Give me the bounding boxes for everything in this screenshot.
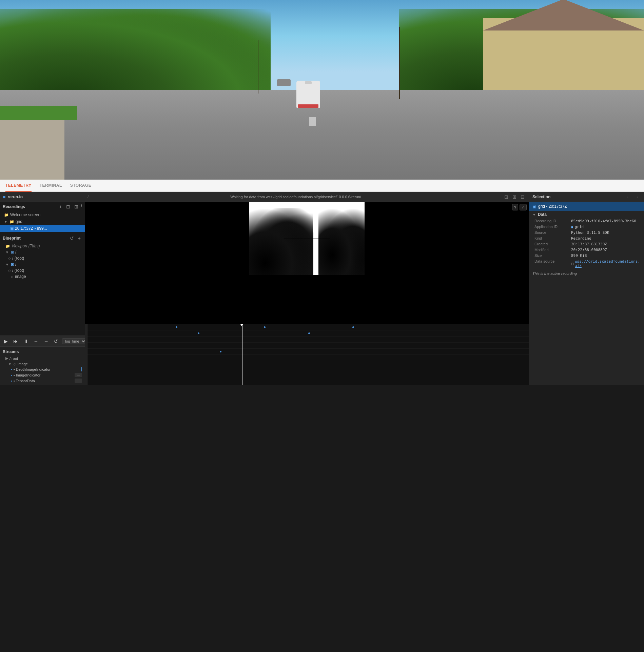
blueprint-add-button[interactable]: +: [77, 235, 82, 242]
layout-button-3[interactable]: ⊟: [519, 193, 526, 200]
loop-button[interactable]: ↺: [53, 338, 59, 345]
data-row-modified: Modified 20:22:38.000889Z: [529, 247, 644, 253]
content-area: ■ rerun.io Recordings + ⊡ ⊞ / 📁 Welcome …: [0, 192, 644, 385]
blueprint-label-left: Blueprint: [3, 236, 21, 241]
nav-left-button[interactable]: ←: [624, 194, 632, 200]
timeline-tracks-container: [85, 324, 529, 385]
layout-button-1[interactable]: ⊡: [503, 193, 510, 200]
center-toolbar-right: ⊡ ⊞ ⊟: [503, 193, 526, 200]
folder-icon-welcome: 📁: [4, 213, 9, 217]
sidebar-item-welcome[interactable]: 📁 Welcome screen: [0, 211, 85, 218]
diamond-icon-stream: ◇: [14, 362, 16, 366]
recordings-label-text: Recordings: [3, 204, 25, 209]
time-field-dropdown[interactable]: log_time: [62, 338, 86, 344]
center-toolbar: / Waiting for data from wss://grid.scale…: [85, 192, 529, 202]
tree-node-viewport[interactable]: 📁 Viewport (Tabs): [0, 243, 85, 249]
center-toolbar-left: /: [87, 195, 89, 199]
datasource-icon: ⊡: [571, 262, 574, 266]
sidebar-item-grid-label: grid: [16, 219, 22, 224]
vehicle-top: [305, 81, 312, 84]
viewport-canvas: ? ⤢: [85, 202, 529, 324]
bw-viewport: [249, 202, 365, 324]
tree-node-root2[interactable]: ◇ / (root): [0, 267, 85, 273]
tree-node-root1[interactable]: ◇ / (root): [0, 255, 85, 261]
tree-node-slash2[interactable]: ▼ ⊞ /: [0, 261, 85, 267]
recordings-section-header: Recordings + ⊡ ⊞ /: [0, 202, 85, 211]
power-pole-2: [258, 40, 258, 94]
nav-arrows: ← →: [624, 194, 641, 200]
folder-icon-grid: 📁: [9, 220, 14, 224]
stream-tensor-label: • TensorData: [14, 379, 35, 383]
stream-depth: • • DepthImageIndicator: [0, 367, 85, 372]
viewport-expand-button[interactable]: ⤢: [520, 204, 527, 210]
track-row-5: [87, 349, 529, 355]
streams-label: Streams: [0, 348, 85, 355]
scene-background: [0, 0, 644, 180]
label-size: Size: [534, 253, 568, 258]
viewport-icons: ? ⤢: [512, 204, 527, 210]
bw-trees-left: [249, 208, 313, 281]
power-pole: [399, 27, 400, 99]
playhead: [242, 324, 242, 385]
sidebar-item-recording[interactable]: ▣ 20:17:37Z - 899... —: [0, 225, 85, 232]
right-panel-header: Selection ← →: [529, 192, 644, 202]
app-icon: ■: [3, 194, 5, 200]
data-row-recording-id: Recording ID 85ed9d99-f010-4fa7-8950-3bc…: [529, 218, 644, 224]
step-fwd-button[interactable]: →: [42, 338, 50, 345]
recording-icon-1[interactable]: ⊡: [65, 203, 72, 210]
bullet-image: •: [11, 373, 12, 377]
recording-icon-2[interactable]: ⊞: [73, 203, 80, 210]
label-recording-id: Recording ID: [534, 219, 568, 223]
track-dot-5: [308, 332, 310, 334]
tree-label-viewport: Viewport (Tabs): [12, 244, 40, 248]
tree-node-image[interactable]: ◇ image: [0, 273, 85, 280]
selected-item-label: grid - 20:17:37Z: [538, 204, 567, 209]
blueprint-refresh-button[interactable]: ↺: [69, 235, 75, 242]
expand-icon-slash2: ▼: [5, 263, 9, 266]
recordings-label-left: Recordings: [3, 204, 25, 209]
center-panel: / Waiting for data from wss://grid.scale…: [85, 192, 529, 385]
add-recording-button[interactable]: +: [58, 203, 63, 210]
tab-storage[interactable]: STORAGE: [70, 180, 92, 192]
stream-root-icon: ▶: [5, 356, 8, 361]
expand-icon-grid: ▼: [4, 220, 7, 224]
nav-right-button[interactable]: →: [633, 194, 641, 200]
value-size: 899 KiB: [571, 253, 587, 258]
diamond-icon-root1: ◇: [8, 257, 11, 260]
tree-label-image: image: [15, 274, 26, 279]
bullet-tensor: •: [11, 379, 12, 383]
label-app-id: Application ID: [534, 225, 568, 229]
bw-pole: [313, 232, 313, 281]
grass: [0, 106, 77, 120]
stream-root-label: / root: [9, 356, 18, 361]
tree-label-root2: / (root): [12, 268, 24, 273]
step-back-button[interactable]: ←: [32, 338, 40, 345]
left-spacer: [0, 281, 85, 335]
viewport-help-button[interactable]: ?: [512, 204, 518, 210]
play-button[interactable]: ▶: [3, 338, 9, 345]
data-row-app-id: Application ID ■ grid: [529, 224, 644, 230]
label-source: Source: [534, 230, 568, 235]
value-source: Python 3.11.5 SDK: [571, 230, 609, 235]
stream-tensor-dash: —: [75, 379, 82, 383]
layout-button-2[interactable]: ⊞: [511, 193, 518, 200]
diamond-icon-image: ◇: [11, 275, 14, 279]
sidebar-item-grid[interactable]: ▼ 📁 grid: [0, 218, 85, 225]
stream-image-dash: —: [75, 373, 82, 377]
data-row-source: Source Python 3.11.5 SDK: [529, 230, 644, 236]
streams-section: Streams ▶ / root ▼ ◇ image • • DepthImag…: [0, 346, 85, 385]
value-datasource-container: ⊡ wss://grid.scaledfoundations.ai/: [571, 259, 641, 268]
value-kind: Recording: [571, 236, 591, 241]
timeline-area: [85, 324, 529, 385]
road: [0, 90, 644, 180]
tab-terminal[interactable]: TERMINAL: [40, 180, 62, 192]
status-text: Waiting for data from wss://grid.scaledf…: [230, 195, 361, 199]
tree-node-slash1[interactable]: ▼ ⊞ /: [0, 249, 85, 255]
grid-icon-node2: ⊞: [11, 262, 14, 267]
step-back-icon[interactable]: ⏮: [12, 338, 19, 345]
selected-recording-item[interactable]: ▣ grid - 20:17:37Z: [529, 202, 644, 211]
pause-button[interactable]: ⏸: [22, 338, 30, 345]
tab-telemetry[interactable]: TELEMETRY: [5, 180, 32, 192]
value-datasource[interactable]: wss://grid.scaledfoundations.ai/: [575, 259, 641, 268]
track-dot-3: [352, 326, 354, 328]
